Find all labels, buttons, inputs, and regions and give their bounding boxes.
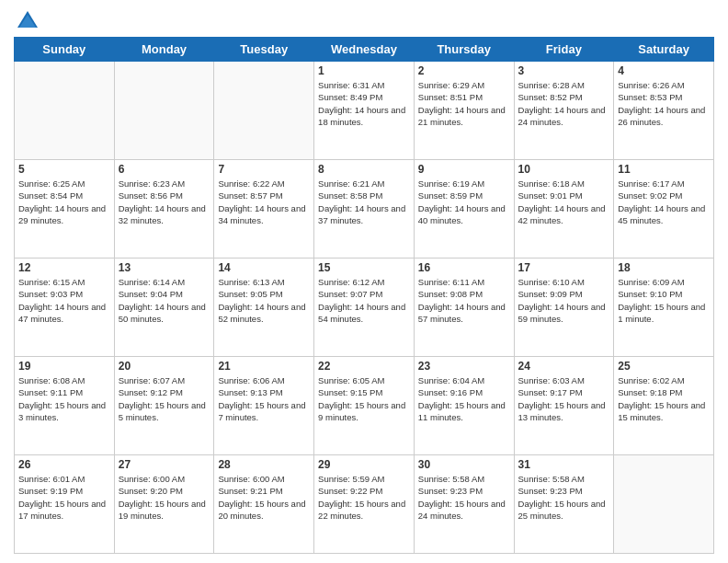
calendar-cell: 13Sunrise: 6:14 AMSunset: 9:04 PMDayligh… <box>114 259 214 357</box>
calendar-cell: 8Sunrise: 6:21 AMSunset: 8:58 PMDaylight… <box>314 160 415 259</box>
day-info: Sunrise: 6:04 AMSunset: 9:16 PMDaylight:… <box>418 374 510 423</box>
day-number: 19 <box>18 360 110 373</box>
calendar-week-row: 12Sunrise: 6:15 AMSunset: 9:03 PMDayligh… <box>15 259 714 357</box>
day-info: Sunrise: 6:29 AMSunset: 8:51 PMDaylight:… <box>418 79 510 128</box>
day-info: Sunrise: 6:00 AMSunset: 9:20 PMDaylight:… <box>119 473 210 522</box>
day-info: Sunrise: 5:58 AMSunset: 9:23 PMDaylight:… <box>418 473 510 522</box>
calendar-cell: 23Sunrise: 6:04 AMSunset: 9:16 PMDayligh… <box>414 357 514 455</box>
day-info: Sunrise: 6:05 AMSunset: 9:15 PMDaylight:… <box>318 374 410 423</box>
logo-icon <box>16 9 40 33</box>
calendar-cell: 16Sunrise: 6:11 AMSunset: 9:08 PMDayligh… <box>414 259 514 357</box>
calendar-week-row: 1Sunrise: 6:31 AMSunset: 8:49 PMDaylight… <box>15 62 714 160</box>
calendar-cell: 12Sunrise: 6:15 AMSunset: 9:03 PMDayligh… <box>15 259 115 357</box>
day-info: Sunrise: 6:03 AMSunset: 9:17 PMDaylight:… <box>518 374 610 423</box>
page: SundayMondayTuesdayWednesdayThursdayFrid… <box>0 0 728 563</box>
calendar-cell: 20Sunrise: 6:07 AMSunset: 9:12 PMDayligh… <box>114 357 214 455</box>
day-of-week-saturday: Saturday <box>614 38 714 62</box>
day-of-week-friday: Friday <box>514 38 614 62</box>
calendar-week-row: 5Sunrise: 6:25 AMSunset: 8:54 PMDaylight… <box>15 160 714 259</box>
day-number: 30 <box>418 458 510 471</box>
day-info: Sunrise: 6:18 AMSunset: 9:01 PMDaylight:… <box>518 178 610 226</box>
day-info: Sunrise: 6:23 AMSunset: 8:56 PMDaylight:… <box>119 178 210 226</box>
day-number: 9 <box>418 163 510 176</box>
logo <box>14 9 41 29</box>
calendar-cell: 21Sunrise: 6:06 AMSunset: 9:13 PMDayligh… <box>214 357 314 455</box>
calendar-cell <box>15 62 115 160</box>
day-number: 1 <box>318 64 410 77</box>
day-number: 25 <box>618 360 710 373</box>
calendar-cell: 10Sunrise: 6:18 AMSunset: 9:01 PMDayligh… <box>514 160 614 259</box>
day-number: 24 <box>518 360 610 373</box>
calendar-cell: 27Sunrise: 6:00 AMSunset: 9:20 PMDayligh… <box>114 455 214 554</box>
calendar-cell: 26Sunrise: 6:01 AMSunset: 9:19 PMDayligh… <box>15 455 115 554</box>
day-number: 13 <box>119 261 210 274</box>
calendar-cell: 24Sunrise: 6:03 AMSunset: 9:17 PMDayligh… <box>514 357 614 455</box>
day-number: 17 <box>518 261 610 274</box>
day-number: 18 <box>618 261 710 274</box>
day-info: Sunrise: 6:26 AMSunset: 8:53 PMDaylight:… <box>618 79 710 128</box>
calendar-cell: 17Sunrise: 6:10 AMSunset: 9:09 PMDayligh… <box>514 259 614 357</box>
day-of-week-tuesday: Tuesday <box>214 38 314 62</box>
calendar-table: SundayMondayTuesdayWednesdayThursdayFrid… <box>14 37 714 554</box>
calendar-cell: 29Sunrise: 5:59 AMSunset: 9:22 PMDayligh… <box>314 455 415 554</box>
header <box>14 9 714 29</box>
calendar-cell: 6Sunrise: 6:23 AMSunset: 8:56 PMDaylight… <box>114 160 214 259</box>
day-number: 21 <box>218 360 310 373</box>
day-of-week-wednesday: Wednesday <box>314 38 415 62</box>
calendar-cell: 30Sunrise: 5:58 AMSunset: 9:23 PMDayligh… <box>414 455 514 554</box>
day-number: 7 <box>218 163 310 176</box>
day-number: 29 <box>318 458 410 471</box>
calendar-header-row: SundayMondayTuesdayWednesdayThursdayFrid… <box>15 38 714 62</box>
day-number: 20 <box>119 360 210 373</box>
day-of-week-sunday: Sunday <box>15 38 115 62</box>
day-number: 4 <box>618 64 710 77</box>
calendar-cell: 9Sunrise: 6:19 AMSunset: 8:59 PMDaylight… <box>414 160 514 259</box>
calendar-cell: 28Sunrise: 6:00 AMSunset: 9:21 PMDayligh… <box>214 455 314 554</box>
day-number: 12 <box>18 261 110 274</box>
day-info: Sunrise: 6:06 AMSunset: 9:13 PMDaylight:… <box>218 374 310 423</box>
day-info: Sunrise: 6:25 AMSunset: 8:54 PMDaylight:… <box>18 178 110 226</box>
day-info: Sunrise: 6:12 AMSunset: 9:07 PMDaylight:… <box>318 276 410 325</box>
day-info: Sunrise: 6:28 AMSunset: 8:52 PMDaylight:… <box>518 79 610 128</box>
calendar-cell: 3Sunrise: 6:28 AMSunset: 8:52 PMDaylight… <box>514 62 614 160</box>
calendar-cell: 11Sunrise: 6:17 AMSunset: 9:02 PMDayligh… <box>614 160 714 259</box>
day-info: Sunrise: 6:22 AMSunset: 8:57 PMDaylight:… <box>218 178 310 226</box>
calendar-cell <box>614 455 714 554</box>
day-number: 22 <box>318 360 410 373</box>
day-info: Sunrise: 6:10 AMSunset: 9:09 PMDaylight:… <box>518 276 610 325</box>
calendar-cell: 2Sunrise: 6:29 AMSunset: 8:51 PMDaylight… <box>414 62 514 160</box>
day-number: 3 <box>518 64 610 77</box>
calendar-cell: 19Sunrise: 6:08 AMSunset: 9:11 PMDayligh… <box>15 357 115 455</box>
calendar-cell: 7Sunrise: 6:22 AMSunset: 8:57 PMDaylight… <box>214 160 314 259</box>
day-info: Sunrise: 6:08 AMSunset: 9:11 PMDaylight:… <box>18 374 110 423</box>
calendar-week-row: 19Sunrise: 6:08 AMSunset: 9:11 PMDayligh… <box>15 357 714 455</box>
day-number: 16 <box>418 261 510 274</box>
calendar-cell: 14Sunrise: 6:13 AMSunset: 9:05 PMDayligh… <box>214 259 314 357</box>
day-number: 28 <box>218 458 310 471</box>
calendar-cell: 18Sunrise: 6:09 AMSunset: 9:10 PMDayligh… <box>614 259 714 357</box>
day-number: 23 <box>418 360 510 373</box>
calendar-cell <box>114 62 214 160</box>
day-info: Sunrise: 5:58 AMSunset: 9:23 PMDaylight:… <box>518 473 610 522</box>
calendar-cell: 22Sunrise: 6:05 AMSunset: 9:15 PMDayligh… <box>314 357 415 455</box>
day-number: 27 <box>119 458 210 471</box>
day-info: Sunrise: 6:15 AMSunset: 9:03 PMDaylight:… <box>18 276 110 325</box>
day-number: 10 <box>518 163 610 176</box>
day-number: 31 <box>518 458 610 471</box>
calendar-cell: 5Sunrise: 6:25 AMSunset: 8:54 PMDaylight… <box>15 160 115 259</box>
day-info: Sunrise: 6:13 AMSunset: 9:05 PMDaylight:… <box>218 276 310 325</box>
day-info: Sunrise: 6:00 AMSunset: 9:21 PMDaylight:… <box>218 473 310 522</box>
day-info: Sunrise: 6:21 AMSunset: 8:58 PMDaylight:… <box>318 178 410 226</box>
calendar-cell: 1Sunrise: 6:31 AMSunset: 8:49 PMDaylight… <box>314 62 415 160</box>
day-of-week-thursday: Thursday <box>414 38 514 62</box>
day-info: Sunrise: 6:02 AMSunset: 9:18 PMDaylight:… <box>618 374 710 423</box>
day-info: Sunrise: 6:19 AMSunset: 8:59 PMDaylight:… <box>418 178 510 226</box>
day-number: 14 <box>218 261 310 274</box>
day-info: Sunrise: 6:09 AMSunset: 9:10 PMDaylight:… <box>618 276 710 325</box>
calendar-cell <box>214 62 314 160</box>
calendar-cell: 4Sunrise: 6:26 AMSunset: 8:53 PMDaylight… <box>614 62 714 160</box>
calendar-cell: 15Sunrise: 6:12 AMSunset: 9:07 PMDayligh… <box>314 259 415 357</box>
calendar-cell: 31Sunrise: 5:58 AMSunset: 9:23 PMDayligh… <box>514 455 614 554</box>
day-info: Sunrise: 5:59 AMSunset: 9:22 PMDaylight:… <box>318 473 410 522</box>
day-info: Sunrise: 6:17 AMSunset: 9:02 PMDaylight:… <box>618 178 710 226</box>
